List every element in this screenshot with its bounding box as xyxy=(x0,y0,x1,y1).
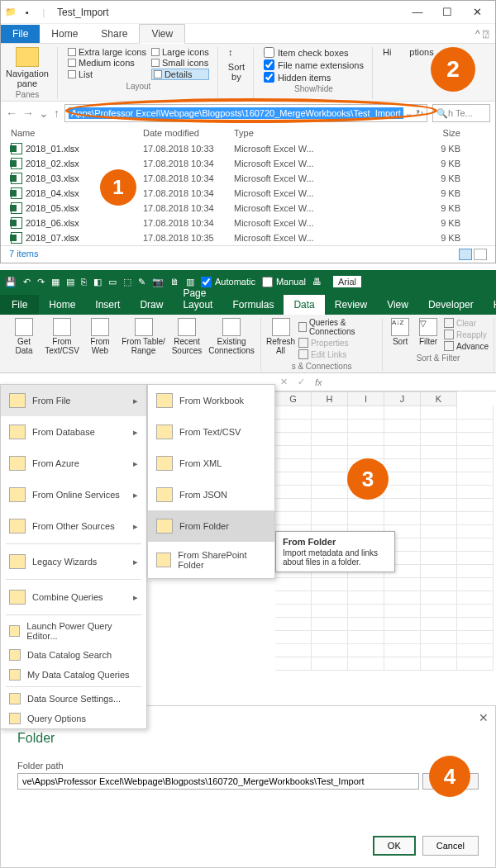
cell[interactable] xyxy=(348,433,384,446)
cell[interactable] xyxy=(457,486,494,499)
save-icon[interactable]: 💾 xyxy=(5,277,17,287)
menu-launch-pq[interactable]: Launch Power Query Editor... xyxy=(1,617,146,645)
cell[interactable] xyxy=(384,459,421,472)
cell[interactable] xyxy=(312,446,348,459)
extra-large-icons-button[interactable]: Extra large icons xyxy=(68,47,146,57)
menu-from-file[interactable]: From File▸ xyxy=(1,385,146,416)
cell[interactable] xyxy=(457,525,494,538)
cell[interactable] xyxy=(421,618,457,631)
tab-formulas[interactable]: Formulas xyxy=(222,295,284,315)
cell[interactable] xyxy=(457,591,494,605)
cell[interactable] xyxy=(457,631,494,644)
filter-button[interactable]: ▽Filter xyxy=(416,318,441,351)
cell[interactable] xyxy=(384,657,421,671)
history-dropdown[interactable]: ⌄ xyxy=(39,107,49,120)
cell[interactable] xyxy=(275,605,312,618)
up-button[interactable]: ↑ xyxy=(54,107,60,120)
ok-button[interactable]: OK xyxy=(373,836,416,856)
cell[interactable] xyxy=(457,446,494,459)
refresh-all-button[interactable]: Refresh All xyxy=(266,318,295,359)
cell[interactable] xyxy=(457,644,494,657)
font-selector[interactable]: Arial xyxy=(333,276,361,287)
cell[interactable] xyxy=(421,605,457,618)
cell[interactable] xyxy=(312,591,348,605)
recent-sources-button[interactable]: Recent Sources xyxy=(169,318,204,355)
item-checkboxes-toggle[interactable]: Item check boxes xyxy=(264,47,364,58)
cell[interactable] xyxy=(457,433,494,446)
col-type[interactable]: Type xyxy=(234,128,341,138)
tab-share[interactable]: Share xyxy=(89,25,139,43)
cell[interactable] xyxy=(312,406,348,420)
options-button[interactable]: ptions xyxy=(409,47,433,57)
submenu-sharepoint[interactable]: From SharePoint Folder xyxy=(148,542,274,578)
cell[interactable] xyxy=(275,618,312,631)
cell[interactable] xyxy=(312,644,348,657)
cell[interactable] xyxy=(421,644,457,657)
cell[interactable] xyxy=(312,578,348,591)
menu-from-online[interactable]: From Online Services▸ xyxy=(1,479,146,510)
cell[interactable] xyxy=(275,512,312,525)
address-dropdown-icon[interactable]: ⌄ xyxy=(405,108,413,119)
column-header[interactable]: I xyxy=(348,391,384,406)
folder-path-input[interactable] xyxy=(17,773,419,790)
cell[interactable] xyxy=(457,565,494,578)
cell[interactable] xyxy=(312,433,348,446)
enter-icon[interactable]: ✓ xyxy=(293,377,310,387)
qat-icon[interactable]: 📷 xyxy=(152,277,164,287)
redo-icon[interactable]: ↷ xyxy=(37,277,45,287)
cell[interactable] xyxy=(384,578,421,591)
cell[interactable] xyxy=(384,591,421,605)
thumbnails-view-icon[interactable] xyxy=(474,249,487,260)
cell[interactable] xyxy=(348,499,384,512)
navigation-pane-button[interactable]: Navigation pane xyxy=(6,69,49,88)
advanced-button[interactable]: Advance xyxy=(444,341,489,351)
cell[interactable] xyxy=(348,618,384,631)
cell[interactable] xyxy=(421,406,457,420)
cell[interactable] xyxy=(348,631,384,644)
column-header[interactable]: J xyxy=(384,391,421,406)
cell[interactable] xyxy=(457,512,494,525)
file-row[interactable]: 2018_06.xlsx17.08.2018 10:34Microsoft Ex… xyxy=(1,216,495,230)
minimize-button[interactable]: — xyxy=(403,1,432,24)
fx-icon[interactable]: fx xyxy=(310,377,327,387)
cell[interactable] xyxy=(275,459,312,472)
tab-insert[interactable]: Insert xyxy=(85,295,130,315)
qat-icon[interactable]: ▤ xyxy=(66,277,74,287)
col-size[interactable]: Size xyxy=(341,128,485,138)
tab-help[interactable]: Help xyxy=(484,295,496,315)
cell[interactable] xyxy=(421,420,457,433)
cell[interactable] xyxy=(421,472,457,486)
file-extensions-toggle[interactable]: File name extensions xyxy=(264,59,364,70)
cell[interactable] xyxy=(348,605,384,618)
cell[interactable] xyxy=(457,552,494,565)
cell[interactable] xyxy=(312,499,348,512)
cell[interactable] xyxy=(275,578,312,591)
tab-developer[interactable]: Developer xyxy=(418,295,484,315)
cell[interactable] xyxy=(275,472,312,486)
cell[interactable] xyxy=(312,420,348,433)
menu-legacy-wizards[interactable]: Legacy Wizards▸ xyxy=(1,546,146,577)
tab-view[interactable]: View xyxy=(139,24,185,44)
cell[interactable] xyxy=(457,618,494,631)
list-button[interactable]: List xyxy=(68,69,146,80)
cell[interactable] xyxy=(312,459,348,472)
submenu-xml[interactable]: From XML xyxy=(148,448,274,479)
cell[interactable] xyxy=(348,578,384,591)
submenu-textcsv[interactable]: From Text/CSV xyxy=(148,416,274,448)
maximize-button[interactable]: ☐ xyxy=(432,1,462,24)
cell[interactable] xyxy=(421,578,457,591)
details-button[interactable]: Details xyxy=(151,69,209,80)
cell[interactable] xyxy=(275,433,312,446)
cell[interactable] xyxy=(384,446,421,459)
cell[interactable] xyxy=(457,499,494,512)
qat-icon[interactable]: 🖶 xyxy=(312,277,322,287)
cancel-icon[interactable]: ✕ xyxy=(275,377,293,387)
file-row[interactable]: 2018_03.xlsx17.08.2018 10:34Microsoft Ex… xyxy=(1,171,495,186)
cell[interactable] xyxy=(384,605,421,618)
cell[interactable] xyxy=(421,591,457,605)
cell[interactable] xyxy=(348,446,384,459)
tab-home[interactable]: Home xyxy=(39,295,85,315)
tab-data[interactable]: Data xyxy=(284,295,324,315)
get-data-button[interactable]: Get Data xyxy=(7,318,41,355)
address-bar[interactable]: Apps\Professor Excel\Webpage\Blogposts\1… xyxy=(64,104,427,122)
